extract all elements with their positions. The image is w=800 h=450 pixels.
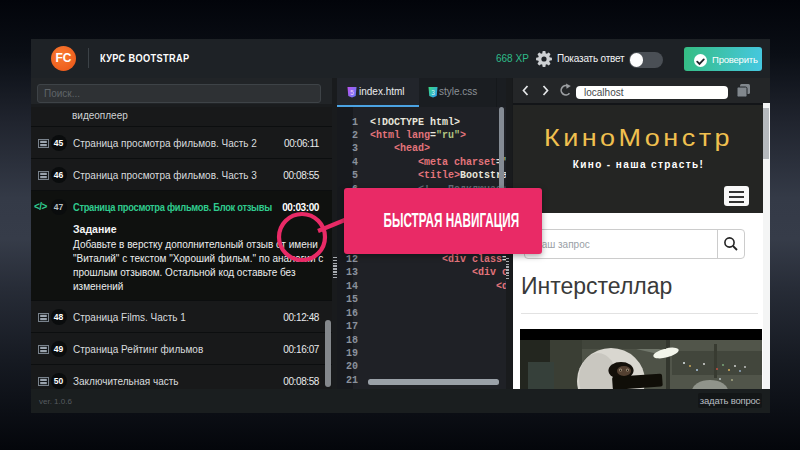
svg-text:5: 5 <box>350 88 354 95</box>
svg-text:3: 3 <box>431 88 435 95</box>
